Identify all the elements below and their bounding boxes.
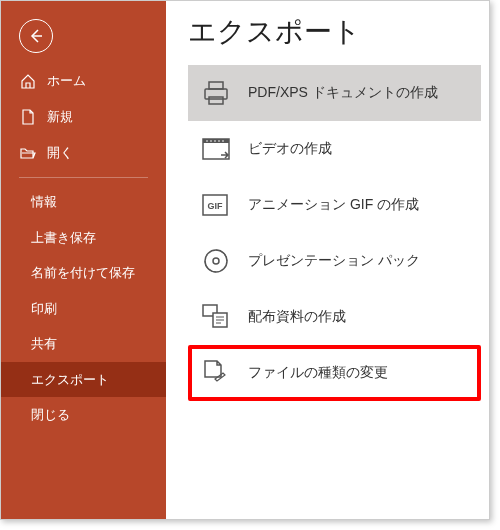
nav-home[interactable]: ホーム — [1, 63, 166, 99]
folder-open-icon — [19, 144, 37, 162]
nav-save[interactable]: 上書き保存 — [1, 220, 166, 256]
nav-print[interactable]: 印刷 — [1, 291, 166, 327]
svg-point-8 — [218, 140, 220, 142]
nav-export[interactable]: エクスポート — [1, 362, 166, 398]
export-handouts[interactable]: 配布資料の作成 — [188, 289, 481, 345]
nav-share[interactable]: 共有 — [1, 326, 166, 362]
nav-close-label: 閉じる — [31, 406, 70, 424]
export-package-label: プレゼンテーション パック — [248, 252, 420, 270]
export-gif-label: アニメーション GIF の作成 — [248, 196, 419, 214]
svg-point-7 — [214, 140, 216, 142]
svg-point-13 — [213, 258, 219, 264]
export-video[interactable]: ビデオの作成 — [188, 121, 481, 177]
export-pdf-xps-label: PDF/XPS ドキュメントの作成 — [248, 84, 438, 102]
backstage-sidebar: ホーム 新規 開く 情報 上書き保存 名前を付けて保存 印刷 共有 — [1, 1, 166, 519]
home-icon — [19, 72, 37, 90]
back-arrow-icon — [28, 28, 44, 44]
gif-icon: GIF — [200, 189, 232, 221]
nav-print-label: 印刷 — [31, 300, 57, 318]
video-icon — [200, 133, 232, 165]
export-video-label: ビデオの作成 — [248, 140, 332, 158]
window-frame: ホーム 新規 開く 情報 上書き保存 名前を付けて保存 印刷 共有 — [0, 0, 490, 520]
export-gif[interactable]: GIF アニメーション GIF の作成 — [188, 177, 481, 233]
nav-export-label: エクスポート — [31, 371, 109, 389]
change-file-type-icon — [200, 357, 232, 389]
document-icon — [19, 108, 37, 126]
export-change-file-type-label: ファイルの種類の変更 — [248, 364, 388, 382]
nav-home-label: ホーム — [47, 72, 86, 90]
cd-disc-icon — [200, 245, 232, 277]
export-handouts-label: 配布資料の作成 — [248, 308, 346, 326]
svg-rect-2 — [209, 97, 223, 104]
svg-text:GIF: GIF — [208, 201, 224, 211]
nav-save-as[interactable]: 名前を付けて保存 — [1, 255, 166, 291]
handouts-icon — [200, 301, 232, 333]
svg-rect-1 — [209, 82, 223, 89]
nav-info-label: 情報 — [31, 193, 57, 211]
nav-new-label: 新規 — [47, 108, 73, 126]
nav-new[interactable]: 新規 — [1, 99, 166, 135]
nav-info[interactable]: 情報 — [1, 184, 166, 220]
nav-save-as-label: 名前を付けて保存 — [31, 264, 135, 282]
divider — [19, 177, 148, 178]
nav-open-label: 開く — [47, 144, 73, 162]
export-package[interactable]: プレゼンテーション パック — [188, 233, 481, 289]
main-panel: エクスポート PDF/XPS ドキュメントの作成 ビデオの作成 GIF アニメー… — [166, 1, 489, 519]
pdf-printer-icon — [200, 77, 232, 109]
export-change-file-type[interactable]: ファイルの種類の変更 — [188, 345, 481, 401]
svg-point-5 — [206, 140, 208, 142]
back-button[interactable] — [19, 19, 53, 53]
nav-save-label: 上書き保存 — [31, 229, 96, 247]
page-title: エクスポート — [188, 13, 481, 51]
nav-open[interactable]: 開く — [1, 135, 166, 171]
export-pdf-xps[interactable]: PDF/XPS ドキュメントの作成 — [188, 65, 481, 121]
svg-point-6 — [210, 140, 212, 142]
nav-close[interactable]: 閉じる — [1, 397, 166, 433]
nav-share-label: 共有 — [31, 335, 57, 353]
svg-point-9 — [222, 140, 224, 142]
